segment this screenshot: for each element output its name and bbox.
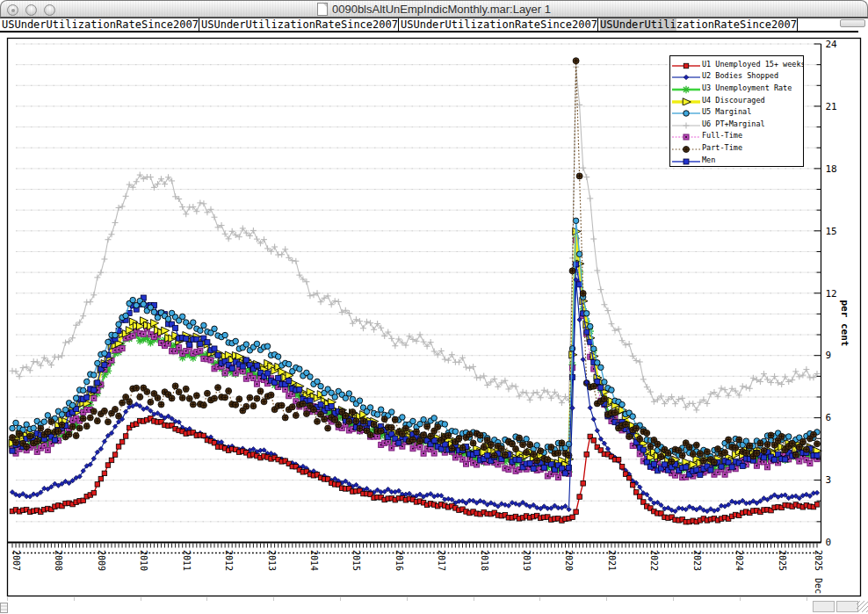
scroll-left-button[interactable]	[813, 601, 835, 612]
legend-label-u4: U4 Discouraged	[702, 96, 765, 105]
legend-swatch-fulltime-icon	[670, 130, 702, 141]
legend-swatch-u6-icon	[670, 119, 702, 129]
svg-text:2013: 2013	[267, 550, 277, 571]
svg-text:15: 15	[826, 226, 837, 237]
legend-item-men: Men	[670, 154, 803, 166]
chart-legend: U1 Unemployed 15+ weeks U2 Bodies Shoppe…	[669, 55, 804, 167]
legend-swatch-u1-icon	[670, 59, 702, 69]
legend-swatch-u2-icon	[670, 70, 702, 81]
document-icon	[317, 3, 328, 16]
tab-2-label: USUnderUtilizationRateSince2007	[201, 18, 398, 31]
svg-text:2008: 2008	[54, 550, 63, 571]
svg-text:0: 0	[826, 537, 832, 548]
scroll-right-button[interactable]	[836, 601, 858, 612]
legend-item-u4: U4 Discouraged	[670, 94, 803, 106]
legend-label-u6: U6 PT+Marginal	[702, 119, 765, 128]
legend-label-u3: U3 Unemployment Rate	[702, 83, 792, 92]
svg-text:9: 9	[826, 350, 832, 361]
bottom-left-scroll-box[interactable]	[0, 603, 8, 613]
svg-text:2025: 2025	[814, 550, 823, 571]
svg-text:24: 24	[826, 39, 838, 50]
svg-text:per cent: per cent	[839, 300, 850, 347]
svg-text:2009: 2009	[97, 550, 106, 571]
zoom-button-icon[interactable]	[44, 4, 55, 16]
legend-swatch-u5-icon	[670, 106, 702, 117]
resize-grip-icon[interactable]	[857, 601, 868, 612]
legend-item-u1: U1 Unemployed 15+ weeks	[670, 58, 803, 70]
svg-text:2025: 2025	[778, 550, 787, 571]
svg-text:2022: 2022	[649, 550, 659, 571]
svg-text:2015: 2015	[351, 550, 361, 571]
svg-text:12: 12	[826, 288, 837, 300]
legend-item-u3: U3 Unemployment Rate	[670, 82, 803, 94]
legend-swatch-parttime-icon	[670, 142, 702, 153]
legend-swatch-u3-icon	[670, 83, 702, 93]
legend-label-fulltime: Full-Time	[702, 131, 742, 140]
legend-label-u1: U1 Unemployed 15+ weeks	[702, 60, 803, 69]
legend-swatch-u4-icon	[670, 95, 702, 105]
svg-text:6: 6	[826, 412, 832, 423]
traffic-light-buttons	[7, 4, 55, 16]
svg-text:2023: 2023	[692, 550, 702, 571]
svg-text:Dec: Dec	[814, 578, 823, 594]
svg-text:21: 21	[826, 101, 837, 112]
tab-1-label: USUnderUtilizationRateSince2007	[2, 18, 199, 31]
svg-text:2024: 2024	[734, 550, 744, 571]
tab-overflow-button[interactable]	[840, 19, 865, 27]
window-title: 0090blsAltUnEmpIndicMonthly.mar:Layer 1	[317, 3, 551, 16]
window-title-text: 0090blsAltUnEmpIndicMonthly.mar:Layer 1	[332, 3, 551, 16]
tab-bar-underline	[0, 31, 858, 33]
svg-text:2018: 2018	[480, 550, 489, 571]
svg-text:2010: 2010	[139, 550, 148, 571]
close-button-icon[interactable]	[7, 4, 18, 16]
legend-item-u2: U2 Bodies Shopped	[670, 70, 803, 83]
tab-4-label: USUnderUtilizationRateSince2007	[600, 18, 797, 31]
svg-text:2019: 2019	[522, 550, 532, 571]
legend-item-u6: U6 PT+Marginal	[670, 118, 803, 130]
legend-swatch-men-icon	[670, 155, 702, 165]
bottom-tick-row	[7, 597, 860, 601]
svg-text:2014: 2014	[309, 550, 319, 571]
legend-label-u2: U2 Bodies Shopped	[702, 71, 778, 80]
svg-text:2017: 2017	[437, 550, 446, 571]
legend-item-u5: U5 Marginal	[670, 105, 803, 118]
legend-label-u5: U5 Marginal	[702, 107, 751, 116]
tab-3-label: USUnderUtilizationRateSince2007	[401, 18, 597, 31]
svg-text:2012: 2012	[224, 550, 234, 571]
legend-label-men: Men	[702, 155, 715, 164]
svg-text:18: 18	[826, 163, 837, 175]
svg-text:2021: 2021	[607, 550, 617, 571]
legend-item-parttime: Part-Time	[670, 141, 803, 154]
svg-text:2016: 2016	[394, 550, 404, 571]
application-window: 0369121518212420072008200920102011201220…	[0, 0, 868, 614]
window-titlebar: 0090blsAltUnEmpIndicMonthly.mar:Layer 1	[0, 0, 868, 18]
svg-text:2007: 2007	[11, 550, 21, 571]
legend-label-parttime: Part-Time	[702, 143, 742, 152]
legend-item-fulltime: Full-Time	[670, 130, 803, 142]
minimize-button-icon[interactable]	[25, 4, 37, 16]
svg-text:2020: 2020	[564, 550, 574, 571]
svg-text:2011: 2011	[182, 550, 192, 571]
svg-text:3: 3	[826, 474, 832, 486]
